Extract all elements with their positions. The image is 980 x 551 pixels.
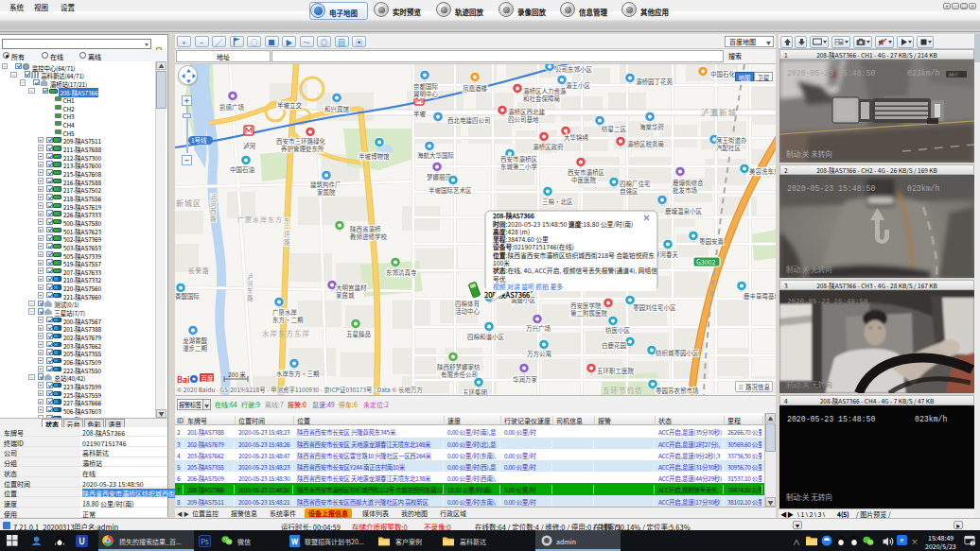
svg-text:2020-05-23 15:48:50: 2020-05-23 15:48:50 <box>787 69 875 77</box>
svg-text:半坡立交: 半坡立交 <box>277 100 303 110</box>
svg-text:华润万家: 华润万家 <box>513 374 538 384</box>
svg-text:中医医院: 中医医院 <box>571 175 597 184</box>
svg-text:023km/h: 023km/h <box>907 184 939 193</box>
svg-text:五环集团: 五环集团 <box>463 387 487 395</box>
svg-text:五环节约坊: 五环节约坊 <box>603 385 643 395</box>
svg-text:广厦水岸东方: 广厦水岸东方 <box>237 215 283 224</box>
svg-text:活动中心: 活动中心 <box>455 306 481 316</box>
svg-text:灞桥园丁花苑: 灞桥园丁花苑 <box>636 77 674 86</box>
svg-text:美容洗车广场: 美容洗车广场 <box>749 166 776 176</box>
svg-text:和社会保障局: 和社会保障局 <box>523 94 560 103</box>
svg-text:制动:关 无转向: 制动:关 无转向 <box>786 379 832 389</box>
svg-text:香醍国际: 香醍国际 <box>175 291 201 301</box>
svg-text:制动:关 无转向: 制动:关 无转向 <box>786 264 832 274</box>
svg-text:023km/h: 023km/h <box>907 69 939 77</box>
svg-text:纺织城枣园小区: 纺织城枣园小区 <box>656 348 699 357</box>
svg-text:枣园安置: 枣园安置 <box>699 236 725 246</box>
svg-text:东方·二期: 东方·二期 <box>272 315 304 324</box>
svg-text:和兴宾馆: 和兴宾馆 <box>324 104 350 113</box>
svg-text:大华锦绣: 大华锦绣 <box>564 132 589 142</box>
svg-text:东城第二小学: 东城第二小学 <box>500 162 538 171</box>
svg-text:自强区: 自强区 <box>620 186 639 196</box>
svg-text:200 米: 200 米 <box>228 370 246 379</box>
svg-text:© 2020 Baidu - GS(2019)5218号 -: © 2020 Baidu - GS(2019)5218号 - 甲测资字11009… <box>177 385 424 394</box>
svg-text:万兴广场: 万兴广场 <box>526 323 551 333</box>
svg-text:灞桥区税务局: 灞桥区税务局 <box>627 139 664 148</box>
svg-text:枣园刘住宅小区: 枣园刘住宅小区 <box>633 302 676 312</box>
svg-text:泸河: 泸河 <box>243 141 256 150</box>
svg-text:2020-05-23 15:48:50: 2020-05-23 15:48:50 <box>787 298 868 305</box>
svg-text:有限责任公司: 有限责任公司 <box>441 370 478 379</box>
svg-text:五星臻品: 五星臻品 <box>346 329 371 338</box>
svg-text:2020-05-23 15:48:50: 2020-05-23 15:48:50 <box>787 184 875 193</box>
svg-text:西北电建四公司: 西北电建四公司 <box>447 115 491 125</box>
svg-text:家属院: 家属院 <box>317 187 336 197</box>
svg-text:万方公寓: 万方公寓 <box>527 349 551 358</box>
svg-text:批发市场: 批发市场 <box>673 185 698 195</box>
svg-text:三棉·北区: 三棉·北区 <box>542 197 573 206</box>
svg-text:路: 路 <box>247 293 254 302</box>
svg-text:半坡国际艺术区: 半坡国际艺术区 <box>429 185 472 195</box>
svg-text:纺医小区: 纺医小区 <box>605 325 631 335</box>
svg-text:枣园苏农贸市场: 枣园苏农贸市场 <box>656 386 699 395</box>
svg-text:制动:关 无转向: 制动:关 无转向 <box>786 491 832 502</box>
svg-text:教师进修学校: 教师进修学校 <box>350 232 388 241</box>
svg-text:路: 路 <box>210 214 217 223</box>
svg-text:中国石油: 中国石油 <box>230 164 254 174</box>
svg-text:凤凰酒楼: 凤凰酒楼 <box>463 83 488 93</box>
svg-text:Bai: Bai <box>177 373 189 386</box>
svg-text:水岸东方·三期: 水岸东方·三期 <box>276 369 320 378</box>
svg-text:1: 1 <box>971 540 974 546</box>
svg-text:灞桥区政府: 灞桥区政府 <box>533 142 564 151</box>
svg-text:中国石化: 中国石化 <box>710 69 736 78</box>
svg-text:路: 路 <box>284 237 290 247</box>
svg-text:五环职工医院: 五环职工医院 <box>597 366 635 375</box>
svg-text:半坡: 半坡 <box>413 109 427 118</box>
svg-text:漫步二期: 漫步二期 <box>183 343 208 353</box>
svg-text:家居城: 家居城 <box>336 290 355 300</box>
svg-text:第二附属医院: 第二附属医院 <box>570 308 608 318</box>
svg-text:公司东郊小区: 公司东郊小区 <box>555 64 593 74</box>
svg-text:制动:关 未转向: 制动:关 未转向 <box>786 148 832 159</box>
svg-text:1号线: 1号线 <box>191 135 207 145</box>
svg-text:长荣路: 长荣路 <box>188 266 210 275</box>
svg-text:半坡博物馆: 半坡博物馆 <box>359 151 390 161</box>
svg-text:养护管理处东所: 养护管理处东所 <box>281 144 324 153</box>
svg-text:灞王小区: 灞王小区 <box>566 80 591 90</box>
svg-text:海航大华国际: 海航大华国际 <box>417 150 455 160</box>
svg-text:东郊清真寺: 东郊清真寺 <box>386 267 417 277</box>
svg-text:百度: 百度 <box>201 373 215 383</box>
svg-text:纺星二区: 纺星二区 <box>602 124 627 133</box>
svg-text:AB-F: AB-F <box>949 72 958 77</box>
svg-text:汽配社区: 汽配社区 <box>716 143 742 152</box>
svg-text:泸灞新城: 泸灞新城 <box>701 106 737 117</box>
svg-text:新城区: 新城区 <box>176 198 201 208</box>
svg-text:G3002: G3002 <box>696 257 715 267</box>
svg-text:鹿丰草莓基地: 鹿丰草莓基地 <box>744 291 776 301</box>
svg-text:位置:陕西省西安市灞桥区纺织城西街218号 合能铂悦府东: 位置:陕西省西安市灞桥区纺织城西街218号 合能铂悦府东 <box>493 250 655 260</box>
svg-text:2020-05-23 15:48:50: 2020-05-23 15:48:50 <box>787 415 875 423</box>
svg-text:翼明中心: 翼明中心 <box>413 89 439 98</box>
svg-text:水岸东方东岸: 水岸东方东岸 <box>262 328 310 338</box>
svg-text:凯德广场: 凯德广场 <box>219 102 245 112</box>
svg-text:四公司基地: 四公司基地 <box>508 114 539 124</box>
svg-text:四棉和谐小区: 四棉和谐小区 <box>467 332 505 341</box>
svg-text:视频 对讲 监听 抓拍 更多: 视频 对讲 监听 抓拍 更多 <box>493 282 563 291</box>
svg-text:状态:在线, 4G, ACC开启, 视频信号丢失报警(通道4: 状态:在线, 4G, ACC开启, 视频信号丢失报警(通道4), 网络信 <box>493 266 657 275</box>
svg-text:023km/h: 023km/h <box>915 415 947 423</box>
svg-text:海棠华府: 海棠华府 <box>639 122 665 131</box>
svg-text:鹿塘温泉小区: 鹿塘温泉小区 <box>665 206 703 215</box>
svg-text:白鹿花园: 白鹿花园 <box>602 340 626 350</box>
